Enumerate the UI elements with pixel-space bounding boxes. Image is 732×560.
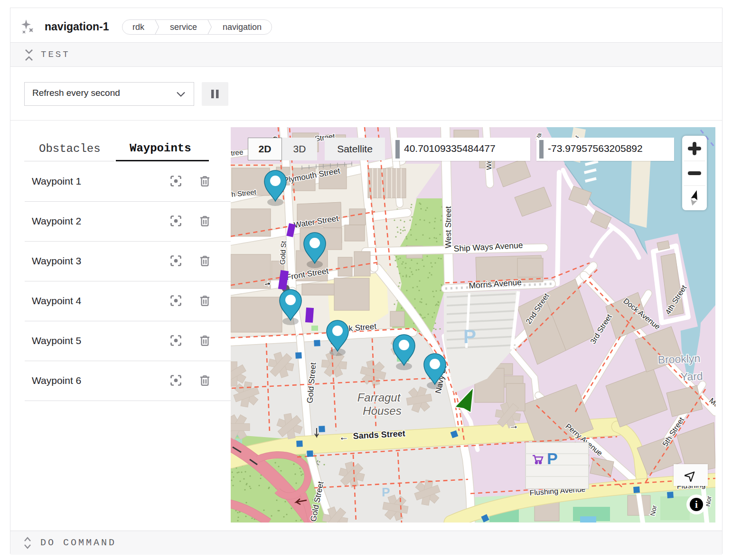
svg-text:→: →	[508, 420, 519, 431]
svg-text:←: ←	[338, 431, 349, 442]
svg-text:Farragut: Farragut	[357, 391, 401, 404]
svg-text:Houses: Houses	[363, 404, 401, 417]
svg-text:P: P	[547, 449, 558, 467]
svg-text:➞: ➞	[264, 279, 271, 288]
svg-text:P: P	[382, 485, 390, 499]
svg-text:West Street: West Street	[444, 206, 453, 248]
svg-text:Yard: Yard	[680, 370, 703, 383]
svg-text:Gold St: Gold St	[278, 240, 288, 265]
svg-text:Brooklyn: Brooklyn	[657, 352, 700, 366]
svg-text:P: P	[463, 326, 476, 347]
svg-text:tree: tree	[231, 148, 244, 157]
